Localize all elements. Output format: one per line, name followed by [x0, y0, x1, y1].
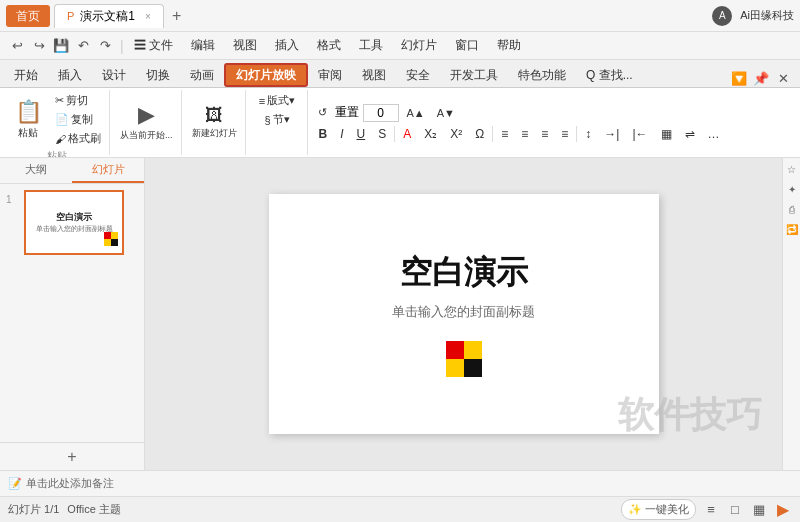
more-button[interactable]: … — [703, 126, 725, 142]
right-panel-btn1[interactable]: ☆ — [785, 162, 799, 176]
font-size-decrease[interactable]: A▼ — [433, 106, 459, 120]
tab-transition[interactable]: 切换 — [136, 63, 180, 87]
undo2-button[interactable]: ↶ — [74, 37, 92, 55]
align-left-button[interactable]: ≡ — [496, 126, 513, 142]
format-sep3 — [576, 126, 577, 142]
indent-decrease-button[interactable]: |← — [627, 126, 652, 142]
undo-button[interactable]: ↩ — [8, 37, 26, 55]
format-painter-button[interactable]: 🖌 格式刷 — [51, 130, 105, 147]
slide-main-title[interactable]: 空白演示 — [400, 251, 528, 295]
indent-increase-button[interactable]: →| — [599, 126, 624, 142]
view-grid-button[interactable]: ▦ — [750, 501, 768, 519]
underline-button[interactable]: U — [352, 126, 371, 142]
tab-insert[interactable]: 插入 — [48, 63, 92, 87]
slide-subtitle[interactable]: 单击输入您的封面副标题 — [392, 303, 535, 321]
strikethrough-button[interactable]: S — [373, 126, 391, 142]
beautify-icon: ✨ — [628, 503, 642, 516]
outline-tab[interactable]: 大纲 — [0, 158, 72, 183]
tab-view[interactable]: 视图 — [352, 63, 396, 87]
tab-search[interactable]: Q 查找... — [576, 63, 643, 87]
tab-devtools[interactable]: 开发工具 — [440, 63, 508, 87]
title-right-area: A Ai田缘科技 — [712, 6, 794, 26]
layout-icon: ≡ — [259, 95, 265, 107]
right-panel-btn4[interactable]: 🔁 — [785, 222, 799, 236]
format-group: ↺ 重置 0 A▲ A▼ B I U S A X₂ X² Ω ≡ ≡ ≡ ≡ ↕… — [310, 90, 729, 155]
document-tab[interactable]: P 演示文稿1 × — [54, 4, 164, 28]
ribbon-toggle1[interactable]: 🔽 — [730, 69, 748, 87]
symbol-button[interactable]: Ω — [470, 126, 489, 142]
tab-design[interactable]: 设计 — [92, 63, 136, 87]
ribbon-toggle2[interactable]: 📌 — [752, 69, 770, 87]
align-right-button[interactable]: ≡ — [536, 126, 553, 142]
menu-insert[interactable]: 插入 — [267, 35, 307, 57]
menu-help[interactable]: 帮助 — [489, 35, 529, 57]
slide-thumb-title: 空白演示 — [56, 211, 92, 224]
paste-button[interactable]: 📋 粘贴 — [8, 97, 48, 142]
add-tab-button[interactable]: + — [168, 7, 185, 25]
reset-button[interactable]: ↺ — [314, 105, 331, 120]
format-sep1 — [394, 126, 395, 142]
menu-file[interactable]: ☰ 文件 — [126, 35, 181, 57]
redo2-button[interactable]: ↷ — [96, 37, 114, 55]
tab-animation[interactable]: 动画 — [180, 63, 224, 87]
start-from-current-label: 从当前开始... — [120, 129, 173, 142]
canvas-area[interactable]: 空白演示 单击输入您的封面副标题 软件技巧 — [145, 158, 782, 470]
note-text[interactable]: 单击此处添加备注 — [26, 476, 114, 491]
theme-label: Office 主题 — [67, 502, 121, 517]
menu-view[interactable]: 视图 — [225, 35, 265, 57]
slide-thumbnail[interactable]: 空白演示 单击输入您的封面副标题 — [24, 190, 124, 255]
right-panel-btn2[interactable]: ✦ — [785, 182, 799, 196]
play-button[interactable]: ▶ — [774, 501, 792, 519]
text-direction-button[interactable]: ⇌ — [680, 126, 700, 142]
slides-tab[interactable]: 幻灯片 — [72, 158, 144, 183]
menu-tools[interactable]: 工具 — [351, 35, 391, 57]
layout-button[interactable]: ≡ 版式▾ — [255, 92, 299, 109]
tab-review[interactable]: 审阅 — [308, 63, 352, 87]
layout-top: ≡ 版式▾ § 节▾ — [252, 92, 303, 153]
slide-item[interactable]: 1 空白演示 单击输入您的封面副标题 — [6, 190, 138, 255]
right-panel-btn3[interactable]: ⎙ — [785, 202, 799, 216]
menu-edit[interactable]: 编辑 — [183, 35, 223, 57]
view-normal-button[interactable]: □ — [726, 501, 744, 519]
superscript-button[interactable]: X² — [445, 126, 467, 142]
columns-button[interactable]: ▦ — [656, 126, 677, 142]
tab-slideshow[interactable]: 幻灯片放映 — [224, 63, 308, 87]
tab-features[interactable]: 特色功能 — [508, 63, 576, 87]
justify-button[interactable]: ≡ — [556, 126, 573, 142]
ribbon-toggle3[interactable]: ✕ — [774, 69, 792, 87]
cut-icon: ✂ — [55, 94, 64, 107]
font-color-button[interactable]: A — [398, 126, 416, 142]
slide-logo — [446, 341, 482, 377]
beautify-button[interactable]: ✨ 一键美化 — [621, 499, 696, 520]
status-left: 幻灯片 1/1 Office 主题 — [8, 502, 613, 517]
tab-home[interactable]: 开始 — [4, 63, 48, 87]
play-icon: ▶ — [138, 102, 155, 128]
menu-window[interactable]: 窗口 — [447, 35, 487, 57]
font-size-input[interactable]: 0 — [363, 104, 399, 122]
menu-slide[interactable]: 幻灯片 — [393, 35, 445, 57]
home-button[interactable]: 首页 — [6, 5, 50, 27]
tab-close-button[interactable]: × — [145, 11, 151, 22]
align-center-button[interactable]: ≡ — [516, 126, 533, 142]
slide-thumb-sub: 单击输入您的封面副标题 — [36, 224, 113, 234]
redo-button[interactable]: ↪ — [30, 37, 48, 55]
line-spacing-button[interactable]: ↕ — [580, 126, 596, 142]
copy-button[interactable]: 📄 复制 — [51, 111, 105, 128]
bold-button[interactable]: B — [314, 126, 333, 142]
section-button[interactable]: § 节▾ — [260, 111, 293, 128]
svg-rect-7 — [464, 359, 482, 377]
save-button[interactable]: 💾 — [52, 37, 70, 55]
add-slide-button[interactable]: + — [0, 442, 144, 470]
start-from-current-button[interactable]: ▶ 从当前开始... — [116, 100, 177, 144]
tab-security[interactable]: 安全 — [396, 63, 440, 87]
font-size-increase[interactable]: A▲ — [403, 106, 429, 120]
paste-group: 📋 粘贴 ✂ 剪切 📄 复制 🖌 格式刷 粘贴 — [4, 90, 110, 155]
italic-button[interactable]: I — [335, 126, 348, 142]
cut-button[interactable]: ✂ 剪切 — [51, 92, 105, 109]
view-list-button[interactable]: ≡ — [702, 501, 720, 519]
subscript-button[interactable]: X₂ — [419, 126, 442, 142]
new-slide-button[interactable]: 🖼 新建幻灯片 — [188, 103, 241, 142]
menu-format[interactable]: 格式 — [309, 35, 349, 57]
new-slide-group: 🖼 新建幻灯片 — [184, 90, 246, 155]
ribbon-right-controls: 🔽 📌 ✕ — [726, 69, 796, 87]
